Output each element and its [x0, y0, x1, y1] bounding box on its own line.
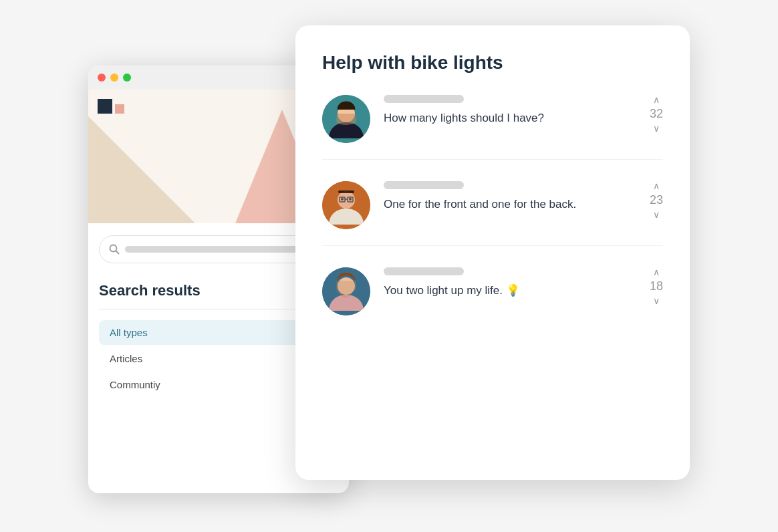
- upvote-chevron-3[interactable]: ∧: [653, 267, 660, 277]
- qa-name-bar-3: [384, 267, 464, 275]
- qa-content-3: You two light up my life. 💡: [384, 267, 636, 299]
- banner-shape-beige: [88, 116, 195, 223]
- downvote-chevron-1[interactable]: ∨: [653, 124, 660, 133]
- avatar-2: [322, 181, 370, 229]
- qa-item-3: You two light up my life. 💡 ∧ 18 ∨: [322, 267, 663, 331]
- downvote-chevron-3[interactable]: ∨: [653, 296, 660, 305]
- upvote-chevron-2[interactable]: ∧: [653, 181, 660, 190]
- avatar-1: [322, 95, 370, 143]
- qa-votes-1: ∧ 32 ∨: [650, 95, 663, 133]
- help-panel: Help with bike lights How many lights sh…: [295, 25, 690, 480]
- logo-rect-pink: [115, 104, 124, 114]
- logo-area: [98, 99, 124, 114]
- vote-count-2: 23: [650, 193, 663, 207]
- vote-count-3: 18: [650, 279, 663, 293]
- avatar-3: [322, 267, 370, 315]
- qa-content-2: One for the front and one for the back.: [384, 181, 636, 213]
- qa-text-3: You two light up my life. 💡: [384, 282, 636, 299]
- dot-green[interactable]: [123, 74, 131, 82]
- qa-name-bar-1: [384, 95, 464, 103]
- help-panel-title: Help with bike lights: [322, 52, 663, 74]
- dot-red[interactable]: [98, 74, 106, 82]
- qa-name-bar-2: [384, 181, 464, 189]
- scene: Search results All types Articles Commun…: [88, 25, 690, 507]
- qa-text-2: One for the front and one for the back.: [384, 196, 636, 213]
- svg-point-8: [349, 198, 352, 201]
- qa-content-1: How many lights should I have?: [384, 95, 636, 127]
- qa-item-2: One for the front and one for the back. …: [322, 181, 663, 246]
- downvote-chevron-2[interactable]: ∨: [653, 210, 660, 219]
- svg-point-7: [341, 198, 344, 201]
- svg-rect-6: [338, 190, 354, 193]
- qa-item-1: How many lights should I have? ∧ 32 ∨: [322, 95, 663, 160]
- qa-votes-3: ∧ 18 ∨: [650, 267, 663, 305]
- svg-line-1: [116, 251, 119, 254]
- search-icon: [109, 244, 120, 255]
- qa-votes-2: ∧ 23 ∨: [650, 181, 663, 219]
- svg-point-5: [338, 191, 355, 209]
- qa-text-1: How many lights should I have?: [384, 110, 636, 127]
- upvote-chevron-1[interactable]: ∧: [653, 95, 660, 104]
- vote-count-1: 32: [650, 107, 663, 121]
- dot-yellow[interactable]: [110, 74, 118, 82]
- logo-square-dark: [98, 99, 112, 114]
